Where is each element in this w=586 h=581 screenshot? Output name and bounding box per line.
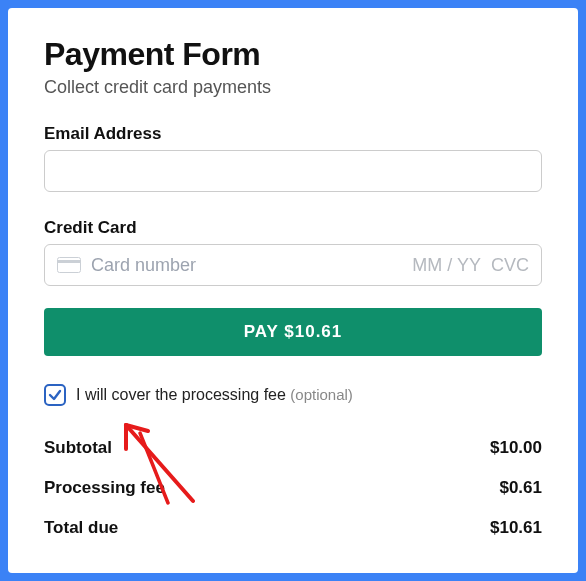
svg-rect-1 — [57, 260, 81, 263]
svg-rect-0 — [58, 258, 81, 273]
processing-fee-line: Processing fee $0.61 — [44, 468, 542, 508]
subtotal-label: Subtotal — [44, 438, 112, 458]
subtotal-amount: $10.00 — [490, 438, 542, 458]
totals-section: Subtotal $10.00 Processing fee $0.61 Tot… — [44, 428, 542, 548]
credit-card-group: Credit Card Card number MM / YY CVC — [44, 218, 542, 286]
payment-form-card: Payment Form Collect credit card payment… — [8, 8, 578, 573]
processing-fee-label: I will cover the processing fee (optiona… — [76, 386, 353, 404]
pay-button[interactable]: PAY $10.61 — [44, 308, 542, 356]
total-due-label: Total due — [44, 518, 118, 538]
processing-fee-checkbox[interactable] — [44, 384, 66, 406]
total-due-row: Total due $10.61 — [44, 508, 542, 548]
credit-card-icon — [57, 257, 81, 273]
processing-fee-line-label: Processing fee — [44, 478, 165, 498]
processing-fee-optional: (optional) — [290, 386, 353, 403]
processing-fee-label-text: I will cover the processing fee — [76, 386, 286, 403]
processing-fee-row: I will cover the processing fee (optiona… — [44, 384, 542, 406]
processing-fee-line-amount: $0.61 — [499, 478, 542, 498]
card-cvc-placeholder: CVC — [491, 255, 529, 276]
page-subtitle: Collect credit card payments — [44, 77, 542, 98]
email-group: Email Address — [44, 124, 542, 192]
card-exp-placeholder: MM / YY — [412, 255, 481, 276]
page-title: Payment Form — [44, 36, 542, 73]
card-number-placeholder: Card number — [91, 255, 402, 276]
email-label: Email Address — [44, 124, 542, 144]
subtotal-row: Subtotal $10.00 — [44, 428, 542, 468]
credit-card-input[interactable]: Card number MM / YY CVC — [44, 244, 542, 286]
credit-card-label: Credit Card — [44, 218, 542, 238]
email-input[interactable] — [44, 150, 542, 192]
total-due-amount: $10.61 — [490, 518, 542, 538]
